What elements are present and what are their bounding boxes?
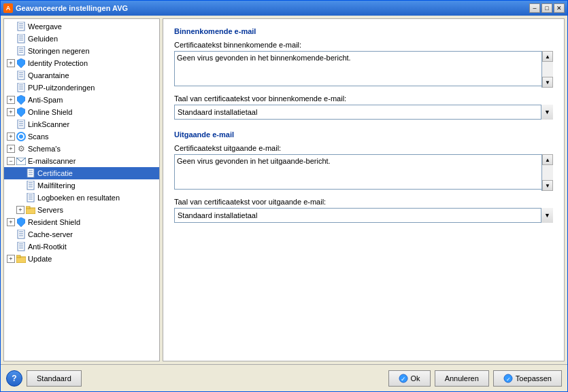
outgoing-scroll-track [542, 165, 553, 180]
help-button[interactable]: ? [6, 370, 22, 387]
default-button[interactable]: Standaard [27, 370, 82, 387]
page-icon [16, 46, 26, 56]
expand-button[interactable]: + [7, 108, 15, 116]
expand-button[interactable]: + [16, 206, 24, 214]
sidebar-item-onlineshield[interactable]: +Online Shield [4, 106, 159, 118]
sidebar-item-servers[interactable]: +Servers [4, 204, 159, 216]
svg-rect-54 [16, 255, 20, 257]
incoming-lang-select[interactable]: Standaard installatietaalNederlandsEngel… [174, 105, 553, 120]
sidebar-item-label: Cache-server [28, 230, 73, 238]
incoming-cert-textarea[interactable] [174, 51, 553, 86]
sidebar-item-storingen[interactable]: Storingen negeren [4, 45, 159, 57]
sidebar-item-label: Weergave [28, 22, 62, 31]
expand-button[interactable]: + [7, 96, 15, 104]
svg-marker-22 [17, 107, 25, 117]
expand-button[interactable]: + [7, 132, 15, 141]
sidebar-item-label: Storingen negeren [28, 47, 90, 55]
sidebar-item-weergave[interactable]: Weergave [4, 20, 159, 33]
outgoing-section-title: Uitgaande e-mail [174, 130, 553, 139]
page-icon [16, 242, 26, 251]
footer-left: ? Standaard [6, 370, 82, 387]
minimize-button[interactable]: – [529, 3, 540, 13]
expand-button[interactable]: + [7, 255, 15, 263]
sidebar-item-label: Anti-Rootkit [28, 243, 67, 251]
incoming-section-title: Binnenkomende e-mail [174, 27, 553, 35]
expand-button[interactable]: + [7, 145, 15, 153]
outgoing-lang-label: Taal van certificaatekst voor uitgaande … [174, 198, 553, 206]
sidebar-item-schemas[interactable]: +⚙Schema's [4, 143, 159, 155]
outgoing-cert-wrapper: ▲ ▼ [174, 154, 553, 191]
outgoing-scroll-down[interactable]: ▼ [542, 180, 553, 191]
envelope-icon [16, 156, 26, 166]
page-icon [16, 71, 26, 80]
sidebar-item-antispam[interactable]: +Anti-Spam [4, 94, 159, 106]
sidebar-item-quarantine[interactable]: Quarantaine [4, 69, 159, 82]
sidebar-item-scans[interactable]: +Scans [4, 130, 159, 143]
sidebar-item-pup[interactable]: PUP-uitzonderingen [4, 82, 159, 94]
content-area: WeergaveGeluidenStoringen negeren+Identi… [1, 16, 567, 364]
outgoing-scroll-up[interactable]: ▲ [542, 154, 553, 165]
page-icon [16, 83, 26, 92]
expand-button[interactable]: − [7, 157, 15, 165]
sidebar-item-label: E-mailscanner [28, 157, 76, 165]
titlebar-buttons: – □ ✕ [529, 3, 565, 13]
outgoing-cert-scrollbar: ▲ ▼ [541, 154, 553, 191]
sidebar-item-antirootkit[interactable]: Anti-Rootkit [4, 240, 159, 253]
cancel-button[interactable]: Annuleren [435, 370, 489, 387]
folder-icon [26, 205, 35, 215]
scan-icon [16, 132, 26, 141]
expand-button[interactable]: + [7, 218, 15, 226]
sidebar-item-label: Resident Shield [28, 218, 80, 226]
page-icon [16, 120, 26, 129]
svg-point-28 [19, 135, 23, 139]
outgoing-lang-select[interactable]: Standaard installatietaalNederlandsEngel… [174, 208, 553, 223]
page-icon [16, 22, 26, 31]
sidebar-item-certificatie[interactable]: Certificatie [4, 167, 159, 179]
incoming-lang-label: Taal van certificaatekst voor binnenkome… [174, 94, 553, 103]
app-icon: A [3, 3, 13, 13]
sidebar-item-identity[interactable]: +Identity Protection [4, 57, 159, 69]
footer-right: ✓ Ok Annuleren ✓ Toepassen [388, 370, 562, 387]
titlebar-title: A Geavanceerde instellingen AVG [3, 3, 128, 13]
page-icon [16, 34, 26, 43]
sidebar-item-label: LinkScanner [28, 120, 69, 128]
folder-icon [16, 254, 26, 264]
page-icon [26, 193, 35, 202]
sidebar-item-linkscanner[interactable]: LinkScanner [4, 118, 159, 130]
page-icon [26, 168, 35, 178]
expand-button[interactable]: + [7, 59, 15, 67]
sidebar-item-label: Mailfiltering [37, 181, 76, 190]
footer: ? Standaard ✓ Ok Annuleren ✓ Toepassen [1, 364, 567, 391]
page-icon [26, 181, 35, 190]
shield-icon [16, 107, 26, 117]
sidebar-item-emailscanner[interactable]: −E-mailscanner [4, 155, 159, 167]
shield-icon [16, 58, 26, 68]
apply-button[interactable]: ✓ Toepassen [493, 370, 562, 387]
sidebar-item-label: PUP-uitzonderingen [28, 84, 95, 92]
maximize-button[interactable]: □ [541, 3, 552, 13]
apply-icon: ✓ [503, 374, 513, 383]
incoming-cert-scrollbar: ▲ ▼ [541, 51, 553, 88]
sidebar-item-logboeken[interactable]: Logboeken en resultaten [4, 192, 159, 204]
close-button[interactable]: ✕ [554, 3, 565, 13]
shield-icon [16, 95, 26, 105]
sidebar-item-label: Identity Protection [28, 59, 88, 67]
svg-text:✓: ✓ [401, 376, 406, 382]
incoming-lang-wrapper: Standaard installatietaalNederlandsEngel… [174, 105, 553, 120]
sidebar-item-label: Logboeken en resultaten [37, 194, 120, 202]
sidebar-item-label: Certificatie [37, 169, 73, 177]
outgoing-cert-textarea[interactable] [174, 154, 553, 190]
outgoing-lang-wrapper: Standaard installatietaalNederlandsEngel… [174, 208, 553, 223]
sidebar-item-label: Anti-Spam [28, 96, 63, 104]
main-panel: Binnenkomende e-mail Certificaatekst bin… [163, 18, 565, 361]
sidebar-item-mailfiltering[interactable]: Mailfiltering [4, 179, 159, 192]
sidebar-item-residentshield[interactable]: +Resident Shield [4, 216, 159, 228]
svg-marker-21 [17, 95, 25, 105]
sidebar-item-update[interactable]: +Update [4, 253, 159, 265]
sidebar-item-geluiden[interactable]: Geluiden [4, 33, 159, 45]
ok-button[interactable]: ✓ Ok [388, 370, 431, 387]
incoming-scroll-up[interactable]: ▲ [542, 51, 553, 62]
sidebar-item-cacheserver[interactable]: Cache-server [4, 228, 159, 240]
incoming-scroll-down[interactable]: ▼ [542, 77, 553, 88]
gear-icon: ⚙ [16, 144, 26, 154]
